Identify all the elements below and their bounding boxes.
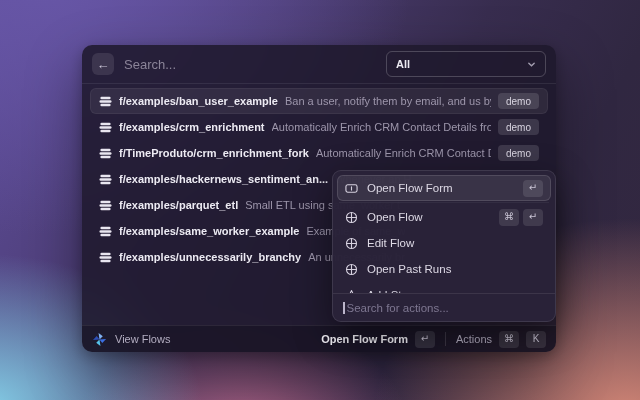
actions-search-input[interactable]: Search for actions... xyxy=(333,293,555,321)
result-name: f/examples/same_worker_example xyxy=(119,225,299,237)
result-row[interactable]: f/TimeProduto/crm_enrichment_fork Automa… xyxy=(90,140,548,166)
demo-badge: demo xyxy=(498,93,539,109)
form-input-icon xyxy=(345,182,358,195)
footer-actions: Open Flow Form ↵ Actions ⌘ K xyxy=(321,331,546,348)
menu-item-open-flow-form[interactable]: Open Flow Form ↵ xyxy=(337,175,551,201)
result-description: Automatically Enrich CRM Contact Details… xyxy=(316,147,491,159)
enter-key-badge: ↵ xyxy=(523,180,543,197)
menu-item-add-star[interactable]: Add Star xyxy=(337,282,551,293)
result-name: f/examples/hackernews_sentiment_an... xyxy=(119,173,328,185)
flow-icon xyxy=(99,251,112,264)
result-name: f/TimeProduto/crm_enrichment_fork xyxy=(119,147,309,159)
crosshair-icon xyxy=(345,211,358,224)
actions-menu: Open Flow Form ↵ Open Flow ⌘ ↵ Edit Flow… xyxy=(332,170,556,322)
actions-search-placeholder: Search for actions... xyxy=(347,302,449,314)
flow-icon xyxy=(99,147,112,160)
result-description: Automatically Enrich CRM Contact Details… xyxy=(272,121,491,133)
back-button[interactable]: ← xyxy=(92,53,114,75)
flow-icon xyxy=(99,173,112,186)
flow-icon xyxy=(99,199,112,212)
filter-dropdown[interactable]: All xyxy=(386,51,546,77)
demo-badge: demo xyxy=(498,119,539,135)
menu-item-label: Open Flow Form xyxy=(367,182,453,194)
text-cursor xyxy=(343,302,345,314)
result-name: f/examples/ban_user_example xyxy=(119,95,278,107)
menu-item-open-flow[interactable]: Open Flow ⌘ ↵ xyxy=(337,204,551,230)
flow-icon xyxy=(99,225,112,238)
menu-item-edit-flow[interactable]: Edit Flow xyxy=(337,230,551,256)
result-name: f/examples/parquet_etl xyxy=(119,199,238,211)
k-key-badge: K xyxy=(526,331,546,348)
footer-bar: View Flows Open Flow Form ↵ Actions ⌘ K xyxy=(82,325,556,352)
demo-badge: demo xyxy=(498,145,539,161)
result-description: Ban a user, notify them by email, and us… xyxy=(285,95,491,107)
search-input[interactable]: Search... xyxy=(124,57,376,72)
result-name: f/examples/unnecessarily_branchy xyxy=(119,251,301,263)
desktop-background: { "palette": { "accent_purple": "#5d4c99… xyxy=(0,0,640,400)
cmd-key-badge: ⌘ xyxy=(499,331,519,348)
enter-key-badge: ↵ xyxy=(523,209,543,226)
search-bar: ← Search... All xyxy=(82,45,556,83)
menu-item-label: Open Flow xyxy=(367,211,423,223)
cmd-key-badge: ⌘ xyxy=(499,209,519,226)
menu-divider xyxy=(339,202,549,203)
footer-divider xyxy=(445,332,446,346)
view-flows-label: View Flows xyxy=(115,333,170,345)
menu-item-label: Open Past Runs xyxy=(367,263,451,275)
menu-item-open-past-runs[interactable]: Open Past Runs xyxy=(337,256,551,282)
primary-action-label[interactable]: Open Flow Form xyxy=(321,333,408,345)
flow-icon xyxy=(99,95,112,108)
actions-menu-list: Open Flow Form ↵ Open Flow ⌘ ↵ Edit Flow… xyxy=(333,171,555,293)
result-name: f/examples/crm_enrichment xyxy=(119,121,265,133)
actions-menu-label[interactable]: Actions xyxy=(456,333,492,345)
menu-item-label: Edit Flow xyxy=(367,237,414,249)
chevron-down-icon xyxy=(527,60,536,69)
result-row[interactable]: f/examples/ban_user_example Ban a user, … xyxy=(90,88,548,114)
result-row[interactable]: f/examples/crm_enrichment Automatically … xyxy=(90,114,548,140)
crosshair-icon xyxy=(345,237,358,250)
windmill-logo-icon xyxy=(92,332,107,347)
flow-icon xyxy=(99,121,112,134)
crosshair-icon xyxy=(345,263,358,276)
arrow-left-icon: ← xyxy=(97,58,110,71)
enter-key-badge: ↵ xyxy=(415,331,435,348)
filter-value: All xyxy=(396,58,410,70)
